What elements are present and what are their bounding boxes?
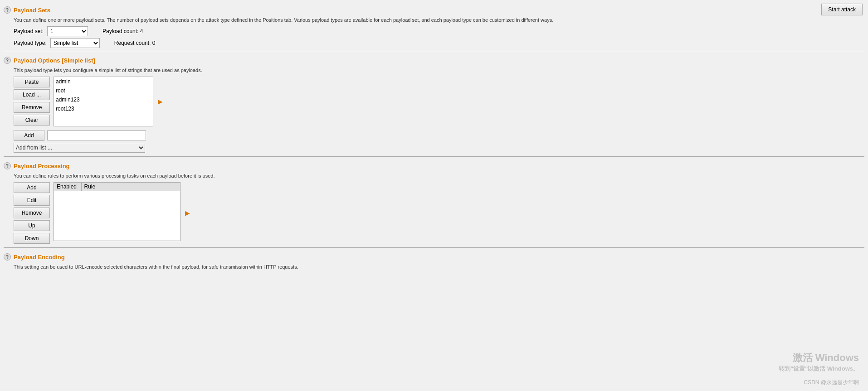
payload-processing-header: ? Payload Processing bbox=[4, 159, 864, 171]
list-arrow-indicator: ▶ bbox=[158, 98, 163, 105]
payload-type-row: Payload type: Simple list Runtime file C… bbox=[14, 38, 864, 48]
add-row: Add bbox=[14, 130, 864, 141]
payload-sets-header: ? Payload Sets bbox=[4, 4, 864, 15]
payload-sets-title: Payload Sets bbox=[14, 7, 50, 14]
processing-buttons: Add Edit Remove Up Down bbox=[14, 182, 50, 244]
divider-3 bbox=[4, 247, 864, 248]
watermark-line2: 转到"设置"以激活 Windows。 bbox=[779, 365, 859, 373]
processing-remove-button[interactable]: Remove bbox=[14, 208, 50, 218]
payload-encoding-title: Payload Encoding bbox=[14, 254, 65, 261]
payload-encoding-header: ? Payload Encoding bbox=[4, 251, 864, 262]
divider-2 bbox=[4, 156, 864, 157]
payload-options-header: ? Payload Options [Simple list] bbox=[4, 54, 864, 66]
remove-button[interactable]: Remove bbox=[14, 102, 50, 113]
col-rule: Rule bbox=[81, 183, 180, 191]
watermark-line1: 激活 Windows bbox=[779, 351, 859, 365]
add-button[interactable]: Add bbox=[14, 130, 44, 141]
payload-encoding-section: ? Payload Encoding This setting can be u… bbox=[4, 251, 864, 270]
payload-sets-section: ? Payload Sets You can define one or mor… bbox=[4, 4, 864, 48]
payload-set-row: Payload set: 1 2 Payload count: 4 bbox=[14, 26, 864, 36]
payload-count-text: Payload count: 4 bbox=[102, 28, 143, 34]
load-button[interactable]: Load ... bbox=[14, 89, 50, 100]
clear-button[interactable]: Clear bbox=[14, 115, 50, 126]
request-count-text: Request count: 0 bbox=[114, 40, 156, 46]
col-enabled: Enabled bbox=[54, 183, 81, 191]
payload-type-label: Payload type: bbox=[14, 40, 47, 46]
payload-set-select[interactable]: 1 2 bbox=[47, 26, 88, 36]
watermark: 激活 Windows 转到"设置"以激活 Windows。 bbox=[779, 351, 859, 373]
main-container: Start attack ? Payload Sets You can defi… bbox=[0, 0, 868, 391]
add-input[interactable] bbox=[47, 130, 146, 140]
processing-edit-button[interactable]: Edit bbox=[14, 195, 50, 206]
payload-sets-help-icon[interactable]: ? bbox=[4, 6, 11, 14]
payload-type-select[interactable]: Simple list Runtime file Custom iterator bbox=[50, 38, 100, 48]
payload-encoding-desc: This setting can be used to URL-encode s… bbox=[14, 264, 864, 270]
list-item[interactable]: root123 bbox=[54, 104, 153, 113]
divider-1 bbox=[4, 51, 864, 51]
list-item[interactable]: admin bbox=[54, 77, 153, 86]
processing-add-button[interactable]: Add bbox=[14, 182, 50, 193]
payload-options-section: ? Payload Options [Simple list] This pay… bbox=[4, 54, 864, 153]
payload-options-title: Payload Options [Simple list] bbox=[14, 57, 95, 64]
payload-list[interactable]: admin root admin123 root123 bbox=[54, 77, 153, 126]
payload-encoding-help-icon[interactable]: ? bbox=[4, 253, 11, 261]
payload-options-help-icon[interactable]: ? bbox=[4, 57, 11, 64]
processing-content: Add Edit Remove Up Down Enabled Rule bbox=[14, 182, 864, 244]
processing-arrow-indicator: ▶ bbox=[185, 209, 190, 217]
payload-options-buttons: Paste Load ... Remove Clear bbox=[14, 77, 50, 126]
paste-button[interactable]: Paste bbox=[14, 77, 50, 87]
list-item[interactable]: admin123 bbox=[54, 95, 153, 104]
payload-options-content: Paste Load ... Remove Clear admin root a… bbox=[14, 77, 864, 126]
processing-table-area: Enabled Rule bbox=[54, 182, 180, 241]
add-from-list-select[interactable]: Add from list ... bbox=[14, 143, 145, 153]
processing-table: Enabled Rule bbox=[54, 183, 180, 191]
payload-set-label: Payload set: bbox=[14, 28, 44, 34]
add-from-list-row: Add from list ... bbox=[14, 143, 864, 153]
start-attack-button[interactable]: Start attack bbox=[821, 4, 863, 15]
payload-processing-help-icon[interactable]: ? bbox=[4, 162, 11, 169]
payload-processing-title: Payload Processing bbox=[14, 163, 70, 169]
payload-sets-desc: You can define one or more payload sets.… bbox=[14, 17, 864, 23]
payload-processing-section: ? Payload Processing You can define rule… bbox=[4, 159, 864, 244]
processing-up-button[interactable]: Up bbox=[14, 220, 50, 231]
payload-options-desc: This payload type lets you configure a s… bbox=[14, 68, 864, 73]
payload-processing-desc: You can define rules to perform various … bbox=[14, 173, 864, 179]
csdn-tag: CSDN @永远是少年啊 bbox=[804, 379, 859, 386]
processing-down-button[interactable]: Down bbox=[14, 233, 50, 244]
list-item[interactable]: root bbox=[54, 86, 153, 95]
